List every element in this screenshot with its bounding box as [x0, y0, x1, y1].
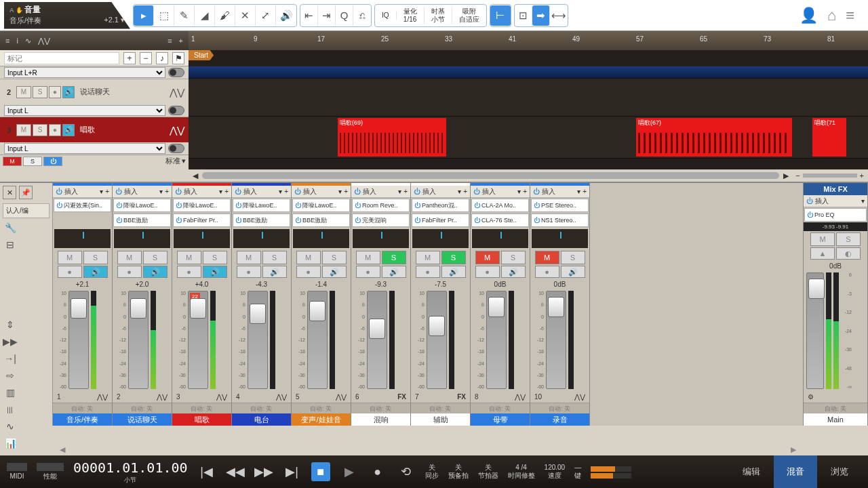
- range-tool[interactable]: ⬚: [154, 5, 174, 26]
- plugin-slot-1[interactable]: ⏻降噪LawoE..: [292, 199, 350, 212]
- time-ruler[interactable]: 19 1725 3341 4957 6573 81: [189, 31, 868, 50]
- tempo-display[interactable]: 120.00速度: [545, 464, 566, 480]
- marker-note-icon[interactable]: ♪: [156, 52, 168, 64]
- track-row-2[interactable]: 2 M S ● 🔊 说话聊天 ⋀⋁: [0, 79, 189, 104]
- mute-button[interactable]: M: [58, 251, 82, 264]
- gain-value[interactable]: -1.4: [292, 281, 351, 288]
- plugin-slot-2[interactable]: ⏻FabFilter Pr..: [173, 214, 231, 227]
- input-select-l[interactable]: Input L: [4, 105, 165, 116]
- insert-header[interactable]: ⏻插入▾ +: [411, 186, 470, 198]
- midi-indicator[interactable]: MIDI: [7, 463, 27, 481]
- input-select-lr[interactable]: Input L+R: [4, 67, 165, 78]
- master-plugin[interactable]: ⏻Pro EQ: [804, 208, 867, 222]
- plugin-slot-1[interactable]: ⏻Pantheon混..: [412, 199, 469, 212]
- solo-button[interactable]: S: [501, 251, 526, 264]
- info-icon[interactable]: i: [16, 37, 18, 45]
- stop-button[interactable]: ■: [311, 462, 330, 481]
- skip-icon[interactable]: →|: [3, 351, 18, 366]
- io-tab[interactable]: 认入/编: [3, 203, 50, 218]
- collapse-v-icon[interactable]: ⇕: [3, 317, 18, 332]
- user-icon[interactable]: 👤: [800, 7, 818, 24]
- input-toggle-3[interactable]: [168, 144, 184, 153]
- scroll-left-icon[interactable]: ◀: [193, 171, 198, 180]
- audio-lane-3[interactable]: 唱歌(69) 唱歌(67) 唱歌(71: [189, 117, 868, 159]
- play-small-icon[interactable]: ▶▶: [3, 334, 18, 349]
- solo-button[interactable]: S: [561, 251, 585, 264]
- plugin-slot-1[interactable]: ⏻Room Reve..: [352, 199, 410, 212]
- pan-control[interactable]: [54, 229, 111, 248]
- mute-button[interactable]: M: [416, 251, 440, 264]
- record-arm[interactable]: ●: [237, 266, 261, 278]
- piano-icon[interactable]: ▥: [3, 385, 18, 400]
- record-arm[interactable]: ●: [356, 266, 380, 278]
- input-toggle-2[interactable]: [168, 106, 184, 115]
- pan-control[interactable]: [532, 229, 588, 248]
- scroll-left-mixer[interactable]: ◀: [60, 445, 65, 454]
- input-toggle-1[interactable]: [168, 68, 184, 77]
- pan-control[interactable]: [412, 229, 469, 248]
- channel-name[interactable]: 说话聊天: [113, 413, 172, 426]
- monitor-button[interactable]: 🔊: [441, 266, 466, 278]
- fader-knob[interactable]: [369, 319, 385, 339]
- mute-button[interactable]: M: [117, 251, 142, 264]
- master-mute[interactable]: M: [810, 232, 835, 246]
- monitor-button[interactable]: 🔊: [501, 266, 526, 278]
- pan-control[interactable]: [472, 229, 528, 248]
- record-button[interactable]: ●: [368, 462, 387, 481]
- arrow-tool[interactable]: ▸: [134, 5, 154, 26]
- record-arm[interactable]: ●: [296, 266, 321, 278]
- insert-header[interactable]: ⏻插入▾ +: [292, 186, 351, 198]
- monitor-button[interactable]: 🔊: [322, 266, 347, 278]
- fader-knob[interactable]: [190, 298, 206, 319]
- plugin-slot-2[interactable]: ⏻FabFilter Pr..: [412, 214, 469, 227]
- quantize-select[interactable]: 量化1/16: [397, 7, 425, 24]
- paint-tool[interactable]: 🖌: [215, 5, 235, 26]
- prev-button[interactable]: ◀◀: [226, 462, 245, 481]
- pan-control[interactable]: [233, 229, 290, 248]
- automation-mode[interactable]: 自动: 关: [53, 403, 112, 413]
- rewind-icon[interactable]: ⇤: [300, 5, 318, 26]
- monitor-button[interactable]: 🔊: [203, 266, 227, 278]
- automation-mode[interactable]: 自动: 关: [411, 403, 470, 413]
- loop-button[interactable]: ⟲: [397, 462, 416, 481]
- mute-button[interactable]: M: [356, 251, 380, 264]
- eraser-tool[interactable]: ◢: [195, 5, 215, 26]
- iq-button[interactable]: IQ: [375, 12, 397, 20]
- forward-icon[interactable]: ⇥: [318, 5, 336, 26]
- automation-mode[interactable]: 自动: 关: [292, 403, 351, 413]
- automation-mode[interactable]: 自动: 关: [232, 403, 291, 413]
- automation-mode[interactable]: 自动: 关: [172, 403, 231, 413]
- timesig-display[interactable]: 4 /4时间修整: [508, 464, 535, 480]
- audio-clip[interactable]: 唱歌(69): [338, 118, 446, 157]
- fader-knob[interactable]: [429, 316, 445, 336]
- add-track-icon[interactable]: +: [179, 37, 183, 45]
- mute-button[interactable]: M: [237, 251, 261, 264]
- global-solo-button[interactable]: S: [23, 157, 42, 166]
- master-fader-knob[interactable]: [808, 279, 825, 299]
- record-arm[interactable]: ●: [117, 266, 142, 278]
- marker-input[interactable]: [4, 52, 119, 64]
- zoom-icon[interactable]: Q: [336, 5, 353, 26]
- solo-button[interactable]: S: [33, 86, 47, 98]
- timecode-display[interactable]: 00001.01.01.00小节: [73, 460, 188, 485]
- chevron-down-icon[interactable]: ▾: [182, 157, 186, 165]
- plugin-slot-2[interactable]: ⏻完美混响: [352, 214, 410, 227]
- pan-control[interactable]: [293, 229, 349, 248]
- plugin-slot-1[interactable]: ⏻降噪LawoE..: [233, 199, 290, 212]
- global-mute-button[interactable]: M: [3, 157, 22, 166]
- channel-name[interactable]: 变声/娃娃音: [292, 413, 351, 426]
- solo-button[interactable]: S: [322, 251, 347, 264]
- collapse-icon[interactable]: ≡: [167, 37, 172, 45]
- plugin-slot-2[interactable]: ⏻BBE激励: [233, 214, 290, 227]
- browse-tab[interactable]: 浏览: [818, 455, 861, 488]
- export-icon[interactable]: ⇨: [3, 368, 18, 383]
- zoom-in-icon[interactable]: +: [860, 171, 864, 180]
- insert-header[interactable]: ⏻插入▾ +: [232, 186, 291, 198]
- plugin-slot-2[interactable]: ⏻NS1 Stereo..: [531, 214, 589, 227]
- channel-name[interactable]: 混响: [351, 413, 410, 426]
- master-insert-header[interactable]: ⏻插入▾: [804, 195, 867, 207]
- record-arm[interactable]: ●: [535, 266, 559, 278]
- layers-icon[interactable]: ⊟: [3, 237, 18, 252]
- scroll-right-icon[interactable]: ▶: [783, 171, 789, 180]
- master-gain[interactable]: 0dB: [804, 262, 867, 270]
